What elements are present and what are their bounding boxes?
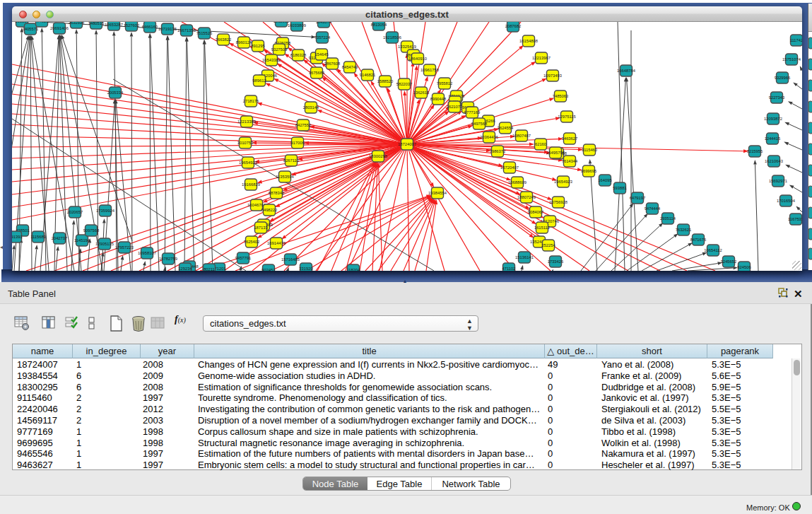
svg-text:8267110: 8267110	[283, 158, 299, 163]
svg-text:7986372: 7986372	[490, 149, 506, 153]
svg-text:17016504: 17016504	[777, 199, 796, 203]
svg-text:18640910: 18640910	[408, 57, 427, 61]
svg-text:8960124: 8960124	[236, 40, 252, 45]
svg-text:16495798: 16495798	[546, 151, 565, 155]
svg-text:7515526: 7515526	[196, 31, 213, 35]
svg-text:80211: 80211	[204, 267, 215, 271]
svg-text:2935114: 2935114	[660, 216, 676, 221]
svg-text:16543382: 16543382	[262, 58, 281, 62]
svg-text:16154808: 16154808	[519, 39, 538, 43]
svg-text:12093872: 12093872	[764, 117, 782, 121]
svg-text:2005334: 2005334	[107, 90, 124, 95]
svg-text:1733426: 1733426	[548, 259, 564, 264]
svg-text:9115460: 9115460	[582, 148, 597, 152]
svg-text:917006: 917006	[290, 141, 304, 145]
svg-text:9463627: 9463627	[562, 136, 578, 141]
svg-text:15716485: 15716485	[281, 257, 300, 262]
svg-text:9327503: 9327503	[271, 47, 288, 52]
svg-text:10958107: 10958107	[138, 251, 156, 255]
svg-text:16210643: 16210643	[765, 159, 783, 163]
svg-text:2867608: 2867608	[324, 62, 341, 66]
svg-text:9227343: 9227343	[769, 95, 785, 100]
svg-text:8471676: 8471676	[690, 238, 707, 242]
svg-text:10653287: 10653287	[105, 23, 123, 27]
svg-text:10807487: 10807487	[512, 134, 531, 138]
svg-text:9777169: 9777169	[464, 110, 481, 115]
svg-text:7614344: 7614344	[562, 159, 578, 163]
svg-text:331920: 331920	[299, 267, 312, 271]
svg-text:20364436: 20364436	[480, 135, 498, 139]
svg-text:20691406: 20691406	[50, 26, 69, 30]
svg-text:1115689: 1115689	[30, 235, 46, 239]
svg-text:8186328: 8186328	[290, 53, 307, 57]
svg-text:19654923: 19654923	[554, 180, 572, 184]
svg-text:8878342: 8878342	[269, 191, 285, 195]
svg-text:19654923: 19654923	[239, 160, 257, 165]
svg-text:15751074: 15751074	[782, 57, 801, 62]
svg-text:8454749: 8454749	[342, 65, 358, 69]
svg-text:10973493: 10973493	[543, 74, 562, 78]
svg-text:3675685: 3675685	[309, 71, 325, 75]
svg-text:154645: 154645	[314, 52, 328, 57]
svg-text:8813054: 8813054	[371, 23, 387, 27]
svg-text:1167533: 1167533	[788, 217, 802, 221]
svg-text:15692971: 15692971	[769, 179, 787, 183]
svg-text:7663822: 7663822	[216, 37, 232, 42]
svg-text:12213967: 12213967	[532, 56, 551, 60]
svg-text:18300295: 18300295	[369, 154, 387, 158]
svg-text:129234: 129234	[178, 267, 192, 271]
svg-text:1480515: 1480515	[88, 22, 105, 25]
svg-text:2042737: 2042737	[52, 236, 68, 240]
svg-text:7357224: 7357224	[314, 35, 331, 40]
svg-text:17359924: 17359924	[96, 209, 115, 213]
svg-text:1527602: 1527602	[124, 23, 140, 28]
svg-text:8215955: 8215955	[747, 149, 763, 153]
svg-text:1621072: 1621072	[447, 105, 463, 109]
svg-text:16671355: 16671355	[177, 28, 196, 33]
svg-text:1843074: 1843074	[316, 22, 332, 24]
svg-text:1145194: 1145194	[74, 238, 90, 243]
svg-text:924506: 924506	[737, 265, 751, 269]
svg-text:2718176: 2718176	[243, 99, 259, 103]
svg-text:2087682: 2087682	[505, 24, 522, 28]
svg-text:6497568: 6497568	[471, 122, 488, 126]
svg-text:12905135: 12905135	[95, 242, 114, 246]
svg-text:9097568: 9097568	[83, 228, 100, 233]
svg-text:7625402: 7625402	[244, 240, 260, 244]
svg-text:1362615: 1362615	[413, 90, 430, 95]
svg-text:1010753: 1010753	[237, 141, 254, 145]
svg-text:6479197: 6479197	[630, 196, 646, 200]
svg-text:1244415: 1244415	[765, 136, 781, 141]
svg-text:16782759: 16782759	[159, 257, 177, 261]
svg-text:471102: 471102	[502, 267, 516, 271]
svg-text:16914479: 16914479	[267, 241, 286, 245]
svg-text:9474444: 9474444	[645, 206, 661, 211]
svg-text:18724007: 18724007	[398, 142, 416, 146]
svg-text:10654112: 10654112	[704, 248, 722, 252]
svg-text:7955812: 7955812	[437, 81, 453, 86]
svg-text:902451: 902451	[261, 268, 275, 271]
svg-text:9146821: 9146821	[360, 73, 376, 77]
svg-text:12975115: 12975115	[558, 115, 575, 119]
svg-text:593881: 593881	[613, 186, 626, 190]
svg-text:252254: 252254	[541, 243, 555, 247]
svg-text:19166829: 19166829	[242, 182, 260, 187]
svg-text:7632621: 7632621	[676, 228, 692, 232]
svg-text:17957223: 17957223	[115, 245, 134, 250]
svg-text:8427552: 8427552	[295, 123, 312, 127]
svg-text:187133: 187133	[254, 226, 267, 230]
svg-text:6466160: 6466160	[142, 25, 158, 29]
svg-text:19218506: 19218506	[383, 35, 401, 40]
svg-text:164095: 164095	[598, 178, 611, 182]
svg-text:16033809: 16033809	[288, 23, 306, 28]
svg-text:8990448: 8990448	[430, 97, 447, 101]
svg-text:5822037: 5822037	[396, 82, 413, 86]
svg-text:7485063: 7485063	[553, 94, 569, 98]
svg-text:9245652: 9245652	[721, 259, 737, 264]
svg-text:15136141: 15136141	[515, 255, 534, 259]
svg-text:2631508: 2631508	[69, 22, 85, 25]
svg-text:118204: 118204	[347, 268, 361, 271]
svg-text:16648784: 16648784	[617, 69, 636, 73]
svg-text:774921: 774921	[35, 22, 48, 23]
svg-text:1405571: 1405571	[23, 27, 39, 31]
